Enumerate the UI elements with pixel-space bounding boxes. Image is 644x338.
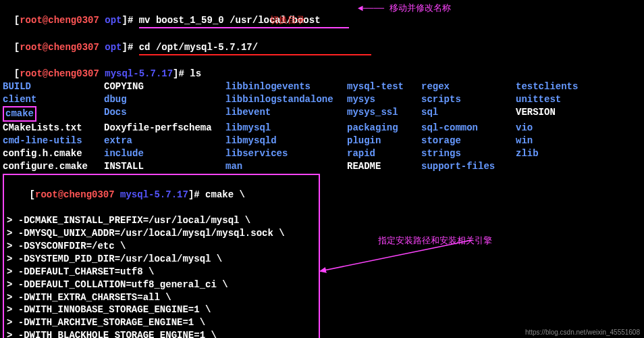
annotation-cmake: 指定安装路径和安装相关引擎: [378, 235, 492, 247]
ls-output: BUILDCOPYINGlibbinlogeventsmysql-testreg…: [3, 80, 641, 172]
cmake-continuation-line: > -DSYSCONFDIR=/etc \: [7, 240, 316, 253]
ls-entry: BUILD: [3, 80, 104, 93]
ls-row: clientdbuglibbinlogstandalonemysysscript…: [3, 93, 641, 106]
ls-entry: libbinlogstandalone: [225, 93, 347, 106]
cmake-continuation-line: > -DWITH_BLACKHOLE_STORAGE_ENGINE=1 \: [7, 329, 316, 338]
ls-row: config.h.cmakeincludelibservicesrapidstr…: [3, 147, 641, 160]
ls-entry: INSTALL: [104, 160, 225, 173]
ls-row: configure.cmakeINSTALLmanREADMEsupport-f…: [3, 160, 641, 173]
cmake-continuation-line: > -DDEFAULT_COLLATION=utf8_general_ci \: [7, 279, 316, 291]
ls-entry: mysys_ssl: [347, 106, 421, 122]
ls-entry: Doxyfile-perfschema: [104, 122, 225, 135]
ls-entry: README: [347, 160, 421, 173]
ls-entry: cmake: [3, 106, 104, 122]
ls-entry: win: [516, 135, 597, 147]
ls-entry: [516, 160, 597, 173]
ls-entry: cmd-line-utils: [3, 135, 104, 147]
ls-row: cmd-line-utilsextralibmysqldpluginstorag…: [3, 135, 641, 147]
ls-entry: testclients: [516, 80, 597, 93]
ls-entry: storage: [421, 135, 516, 147]
cmake-continuation-line: > -DMYSQL_UNIX_ADDR=/usr/local/mysql/mys…: [7, 227, 316, 240]
ls-entry: dbug: [104, 93, 225, 106]
ls-entry: plugin: [347, 135, 421, 147]
ls-entry: CMakeLists.txt: [3, 122, 104, 135]
cmake-continuation-line: > -DWITH_INNOBASE_STORAGE_ENGINE=1 \: [7, 304, 316, 316]
terminal-line-3: [root@cheng0307 mysql-5.7.17]# ls: [3, 55, 641, 81]
ls-entry: configure.cmake: [3, 160, 104, 173]
ls-entry: client: [3, 93, 104, 106]
ls-entry: include: [104, 147, 225, 160]
ls-row: CMakeLists.txtDoxyfile-perfschemalibmysq…: [3, 122, 641, 135]
ls-entry: VERSION: [516, 106, 597, 122]
ls-entry: libevent: [225, 106, 347, 122]
ls-entry: rapid: [347, 147, 421, 160]
ls-entry: extra: [104, 135, 225, 147]
ls-entry: sql: [421, 106, 516, 122]
watermark: https://blog.csdn.net/weixin_45551608: [525, 328, 640, 337]
ls-entry: mysys: [347, 93, 421, 106]
ls-entry: zlib: [516, 147, 597, 160]
cmake-continuation-line: > -DWITH_ARCHIVE_STORAGE_ENGINE=1 \: [7, 316, 316, 329]
ls-row: cmakeDocslibeventmysys_sslsqlVERSION: [3, 106, 641, 122]
ls-entry: libmysql: [225, 122, 347, 135]
ls-entry-cmake-highlighted: cmake: [3, 106, 36, 122]
cmake-continuation-line: > -DCMAKE_INSTALL_PREFIX=/usr/local/mysq…: [7, 214, 316, 227]
cmake-continuation-line: > -DSYSTEMD_PID_DIR=/usr/local/mysql \: [7, 253, 316, 266]
ls-entry: support-files: [421, 160, 516, 173]
cmake-continuation-line: > -DWITH_EXTRA_CHARSETS=all \: [7, 291, 316, 304]
ls-entry: config.h.cmake: [3, 147, 104, 160]
ls-entry: COPYING: [104, 80, 225, 93]
ls-entry: vio: [516, 122, 597, 135]
cmake-command-box: [root@cheng0307 mysql-5.7.17]# cmake \ >…: [3, 174, 320, 338]
ls-entry: man: [225, 160, 347, 173]
ls-entry: libservices: [225, 147, 347, 160]
ls-entry: libbinlogevents: [225, 80, 347, 93]
annotation-cd: 切换目录: [270, 15, 305, 27]
ls-entry: unittest: [516, 93, 597, 106]
ls-entry: libmysqld: [225, 135, 347, 147]
terminal-line-cmake-prompt: [root@cheng0307 mysql-5.7.17]# cmake \: [7, 176, 316, 215]
ls-entry: packaging: [347, 122, 421, 135]
annotation-move-rename: ◄──── 移动并修改名称: [358, 3, 451, 15]
terminal-line-1: [root@cheng0307 opt]# mv boost_1_59_0 /u…: [3, 1, 641, 28]
ls-entry: sql-common: [421, 122, 516, 135]
ls-entry: Docs: [104, 106, 225, 122]
ls-row: BUILDCOPYINGlibbinlogeventsmysql-testreg…: [3, 80, 641, 93]
ls-entry: mysql-test: [347, 80, 421, 93]
ls-entry: regex: [421, 80, 516, 93]
terminal-line-2: [root@cheng0307 opt]# cd /opt/mysql-5.7.…: [3, 28, 641, 55]
ls-entry: scripts: [421, 93, 516, 106]
ls-entry: strings: [421, 147, 516, 160]
cmake-continuation-line: > -DDEFAULT_CHARSET=utf8 \: [7, 266, 316, 279]
